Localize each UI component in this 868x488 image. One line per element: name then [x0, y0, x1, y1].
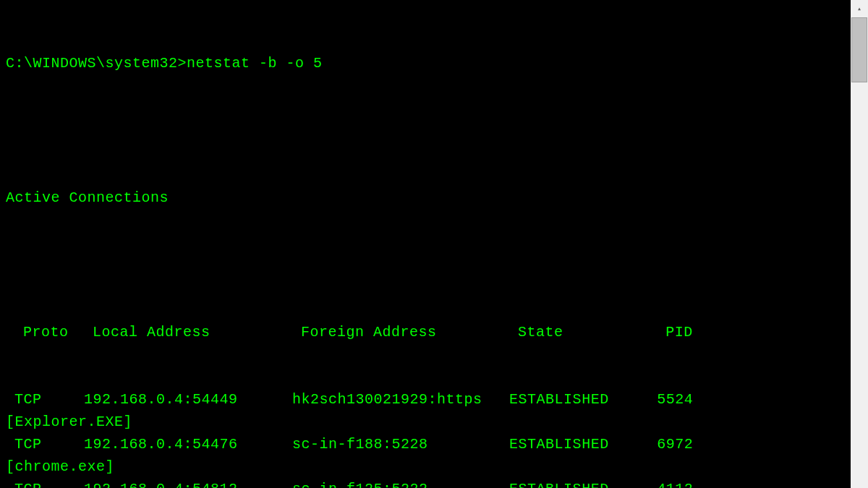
- cell-proto: TCP: [14, 433, 84, 455]
- cell-foreign: sc-in-f125:5222: [292, 478, 509, 488]
- cell-state: ESTABLISHED: [509, 478, 657, 488]
- col-foreign: Foreign Address: [301, 321, 518, 343]
- prompt-line: C:\WINDOWS\system32>netstat -b -o 5: [6, 52, 845, 74]
- cell-foreign: hk2sch130021929:https: [292, 388, 509, 411]
- prompt-path: C:\WINDOWS\system32>: [6, 55, 187, 72]
- column-headers: ProtoLocal AddressForeign AddressStatePI…: [6, 321, 845, 343]
- cell-proto: TCP: [14, 388, 84, 411]
- terminal-window[interactable]: C:\WINDOWS\system32>netstat -b -o 5 Acti…: [0, 0, 851, 488]
- connection-rows: TCP192.168.0.4:54449hk2sch130021929:http…: [6, 388, 845, 488]
- cell-state: ESTABLISHED: [509, 433, 657, 455]
- connection-row: TCP192.168.0.4:54449hk2sch130021929:http…: [6, 388, 845, 411]
- cell-foreign: sc-in-f188:5228: [292, 433, 509, 455]
- cell-state: ESTABLISHED: [509, 388, 657, 411]
- col-local: Local Address: [93, 321, 301, 343]
- blank-line: [6, 254, 845, 276]
- cell-local: 192.168.0.4:54476: [84, 433, 292, 455]
- chevron-up-icon: ▴: [857, 4, 861, 13]
- col-pid: PID: [665, 321, 693, 343]
- scrollbar-thumb[interactable]: [851, 17, 867, 82]
- command-text: netstat -b -o 5: [187, 55, 323, 72]
- cell-pid: 5524: [657, 388, 693, 411]
- cell-pid: 4112: [657, 478, 693, 488]
- blank-line: [6, 119, 845, 142]
- process-name: [chrome.exe]: [6, 455, 845, 478]
- connection-row: TCP192.168.0.4:54812sc-in-f125:5222ESTAB…: [6, 478, 845, 488]
- cell-pid: 6972: [657, 433, 693, 455]
- connection-row: TCP192.168.0.4:54476sc-in-f188:5228ESTAB…: [6, 433, 845, 455]
- scrollbar-up-button[interactable]: ▴: [851, 0, 868, 17]
- section-header: Active Connections: [6, 187, 845, 209]
- col-proto: Proto: [23, 321, 93, 343]
- process-name: [Explorer.EXE]: [6, 411, 845, 433]
- cell-proto: TCP: [14, 478, 84, 488]
- col-state: State: [518, 321, 665, 343]
- scrollbar-track[interactable]: ▴: [851, 0, 868, 488]
- cell-local: 192.168.0.4:54812: [84, 478, 292, 488]
- cell-local: 192.168.0.4:54449: [84, 388, 292, 411]
